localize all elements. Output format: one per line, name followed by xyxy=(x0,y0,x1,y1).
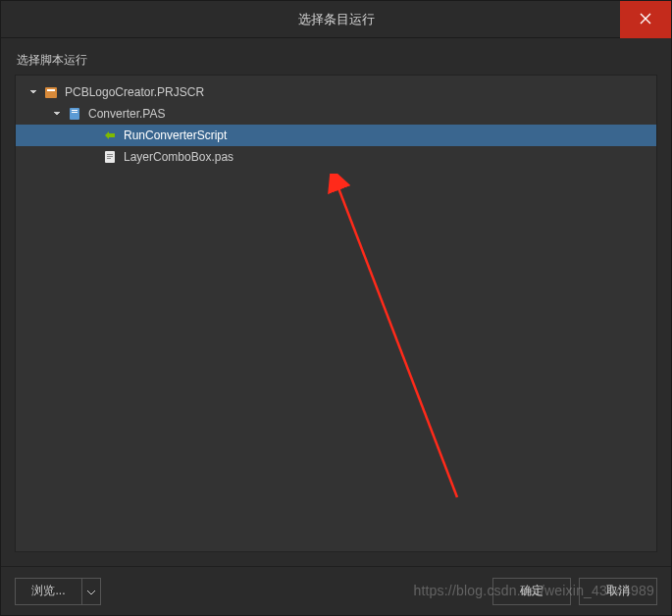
dialog-content: 选择脚本运行 PCBLogoCreator.PRJSCR xyxy=(1,38,671,566)
titlebar: 选择条目运行 xyxy=(1,1,671,38)
method-icon xyxy=(102,128,118,143)
chevron-down-icon xyxy=(87,585,95,598)
tree-item-method[interactable]: RunConverterScript xyxy=(16,125,656,146)
cancel-label: 取消 xyxy=(606,583,630,599)
tree-item-source[interactable]: Converter.PAS xyxy=(16,103,656,125)
dialog-window: 选择条目运行 选择脚本运行 PCBLogoCreator.PRJSCR xyxy=(0,0,672,616)
svg-line-9 xyxy=(337,185,457,497)
browse-dropdown-button[interactable] xyxy=(81,578,101,605)
tree-item-label: Converter.PAS xyxy=(88,107,165,121)
browse-label: 浏览... xyxy=(31,583,65,599)
tree-item-label: LayerComboBox.pas xyxy=(124,150,233,164)
browse-button[interactable]: 浏览... xyxy=(15,578,81,605)
cancel-button[interactable]: 取消 xyxy=(579,578,657,605)
close-icon xyxy=(640,13,651,27)
button-bar: 浏览... 确定 取消 xyxy=(1,566,671,615)
svg-rect-7 xyxy=(107,156,113,157)
svg-rect-0 xyxy=(45,87,57,98)
tree-item-file[interactable]: LayerComboBox.pas xyxy=(16,146,656,168)
ok-button[interactable]: 确定 xyxy=(492,578,571,605)
project-icon xyxy=(43,84,59,100)
section-label: 选择脚本运行 xyxy=(15,52,657,69)
source-icon xyxy=(67,106,82,122)
arrow-annotation xyxy=(320,174,496,527)
script-tree[interactable]: PCBLogoCreator.PRJSCR Converter.PAS xyxy=(15,75,657,552)
spacer xyxy=(86,151,102,163)
svg-rect-4 xyxy=(72,112,78,113)
tree-item-label: PCBLogoCreator.PRJSCR xyxy=(65,85,204,99)
spacer xyxy=(86,129,102,141)
file-icon xyxy=(102,149,118,165)
dialog-title: 选择条目运行 xyxy=(298,11,375,28)
expander-icon[interactable] xyxy=(51,108,63,120)
tree-item-project[interactable]: PCBLogoCreator.PRJSCR xyxy=(16,81,656,103)
close-button[interactable] xyxy=(620,1,671,38)
svg-rect-6 xyxy=(107,154,113,155)
svg-rect-2 xyxy=(70,108,79,120)
tree-item-label: RunConverterScript xyxy=(124,128,227,142)
ok-label: 确定 xyxy=(520,583,543,599)
expander-icon[interactable] xyxy=(27,86,39,98)
svg-rect-8 xyxy=(107,158,111,159)
svg-rect-1 xyxy=(47,89,55,91)
svg-rect-3 xyxy=(72,110,78,111)
browse-group: 浏览... xyxy=(15,578,101,605)
